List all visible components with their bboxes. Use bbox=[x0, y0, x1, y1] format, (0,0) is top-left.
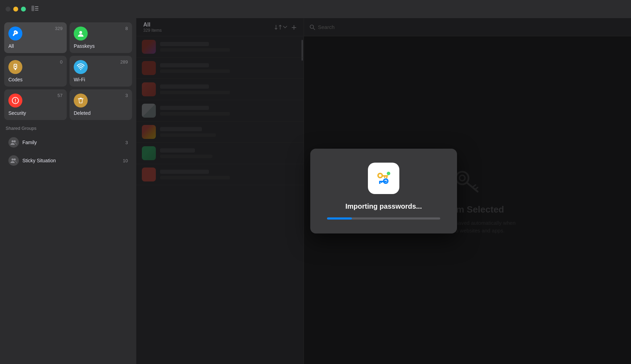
wifi-icon bbox=[74, 60, 88, 74]
passkeys-icon bbox=[74, 27, 88, 40]
sidebar-item-family[interactable]: Family 3 bbox=[4, 134, 132, 151]
passkeys-label: Passkeys bbox=[74, 43, 128, 49]
security-count: 57 bbox=[58, 93, 63, 98]
svg-point-4 bbox=[79, 31, 82, 34]
codes-label: Codes bbox=[8, 77, 63, 82]
codes-count: 0 bbox=[60, 59, 63, 65]
sidebar-toggle-button[interactable] bbox=[31, 6, 38, 13]
deleted-label: Deleted bbox=[74, 110, 128, 116]
sticky-situation-label: Sticky Situation bbox=[22, 158, 123, 163]
svg-rect-26 bbox=[379, 181, 380, 184]
modal-title: Importing passwords... bbox=[346, 202, 422, 210]
sticky-situation-icon bbox=[8, 155, 19, 166]
security-label: Security bbox=[8, 110, 63, 116]
svg-rect-27 bbox=[381, 181, 382, 183]
import-modal: Importing passwords... bbox=[310, 149, 457, 233]
svg-point-28 bbox=[387, 172, 390, 175]
progress-bar-container bbox=[327, 217, 440, 220]
shared-groups-title: Shared Groups bbox=[4, 126, 132, 131]
traffic-lights bbox=[6, 7, 26, 12]
svg-point-11 bbox=[14, 140, 16, 142]
app-icon bbox=[368, 163, 399, 194]
sticky-situation-count: 10 bbox=[123, 158, 128, 163]
family-count: 3 bbox=[125, 140, 128, 145]
svg-point-10 bbox=[12, 140, 14, 142]
sidebar-grid: 329 All 8 Passkeys bbox=[4, 22, 132, 120]
svg-point-6 bbox=[15, 66, 16, 67]
codes-icon bbox=[8, 60, 22, 74]
sidebar-item-all[interactable]: 329 All bbox=[4, 22, 67, 53]
sidebar-item-deleted[interactable]: 3 Deleted bbox=[70, 89, 132, 120]
titlebar bbox=[0, 0, 631, 18]
security-icon: ! bbox=[8, 94, 22, 107]
svg-point-13 bbox=[14, 158, 16, 161]
all-count: 329 bbox=[55, 26, 63, 31]
all-label: All bbox=[8, 43, 63, 49]
svg-rect-21 bbox=[386, 177, 387, 178]
wifi-count: 289 bbox=[120, 59, 128, 65]
svg-rect-3 bbox=[35, 10, 38, 10]
content-area: All 329 Items + bbox=[136, 18, 631, 364]
progress-bar-fill bbox=[327, 217, 352, 220]
svg-rect-20 bbox=[382, 175, 388, 177]
passkeys-count: 8 bbox=[125, 26, 128, 31]
sidebar-item-security[interactable]: ! 57 Security bbox=[4, 89, 67, 120]
svg-point-12 bbox=[12, 158, 14, 161]
svg-rect-2 bbox=[35, 8, 38, 9]
svg-point-7 bbox=[80, 69, 81, 70]
family-icon bbox=[8, 137, 19, 148]
svg-rect-22 bbox=[384, 177, 385, 178]
svg-rect-1 bbox=[35, 6, 38, 7]
sidebar-item-codes[interactable]: 0 Codes bbox=[4, 56, 67, 87]
wifi-label: Wi-Fi bbox=[74, 77, 128, 82]
sidebar: 329 All 8 Passkeys bbox=[0, 18, 136, 364]
modal-overlay: Importing passwords... bbox=[136, 18, 631, 364]
svg-rect-0 bbox=[31, 6, 34, 11]
svg-text:!: ! bbox=[15, 98, 16, 103]
main-container: 329 All 8 Passkeys bbox=[0, 18, 631, 364]
sidebar-item-sticky-situation[interactable]: Sticky Situation 10 bbox=[4, 152, 132, 169]
svg-point-19 bbox=[379, 174, 382, 177]
deleted-icon bbox=[74, 94, 88, 107]
family-label: Family bbox=[22, 140, 125, 145]
sidebar-item-passkeys[interactable]: 8 Passkeys bbox=[70, 22, 132, 53]
deleted-count: 3 bbox=[125, 93, 128, 98]
minimize-button[interactable] bbox=[13, 7, 18, 12]
maximize-button[interactable] bbox=[21, 7, 26, 12]
sidebar-item-wifi[interactable]: 289 Wi-Fi bbox=[70, 56, 132, 87]
all-icon bbox=[8, 27, 22, 40]
close-button[interactable] bbox=[6, 7, 10, 12]
